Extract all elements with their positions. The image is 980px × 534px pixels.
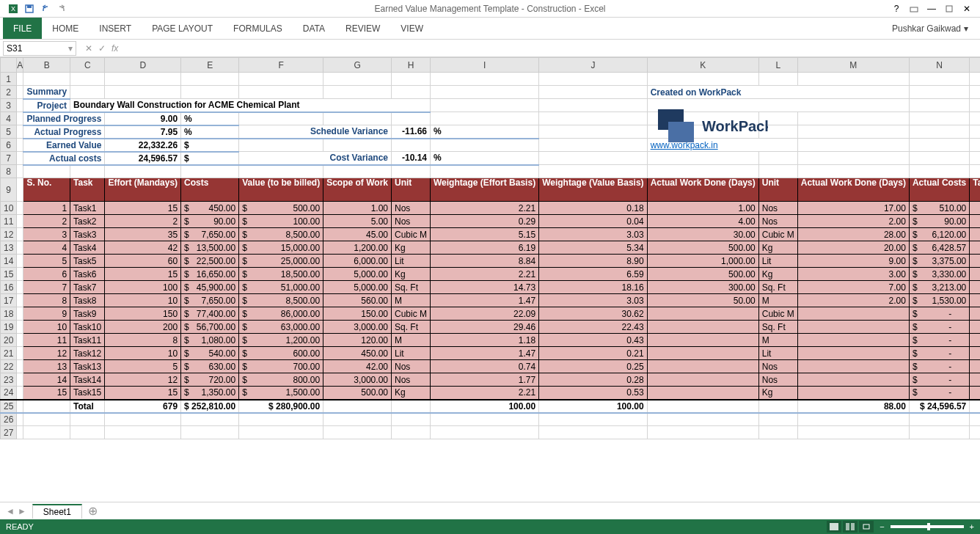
cell[interactable]: Cubic M (391, 307, 430, 321)
cell[interactable] (391, 165, 430, 178)
cell[interactable]: 6,120.00 (909, 228, 969, 241)
cell[interactable] (323, 73, 392, 86)
cell[interactable]: S. No. (23, 178, 70, 202)
cell[interactable]: 700.00 (239, 360, 323, 373)
cell[interactable]: 5,000.00 (323, 268, 392, 281)
cell[interactable]: 15,000.00 (239, 241, 323, 255)
cell[interactable] (239, 426, 323, 439)
cell[interactable]: 100.00 (239, 215, 323, 228)
total-cell[interactable] (323, 400, 392, 413)
cell[interactable]: Effort (Mandays) (105, 178, 181, 202)
cell[interactable] (909, 73, 969, 86)
cell[interactable] (647, 73, 758, 86)
cell[interactable] (647, 334, 758, 347)
cell[interactable]: 10.00 (970, 268, 980, 281)
cell[interactable]: 0.53 (539, 387, 648, 400)
cell[interactable] (323, 165, 392, 178)
workpack-heading[interactable]: Created on WorkPack (647, 86, 909, 99)
row-header[interactable]: 25 (1, 400, 17, 413)
cell[interactable]: 0.04 (539, 215, 648, 228)
cell[interactable] (17, 139, 23, 152)
cell[interactable]: 540.00 (181, 347, 239, 360)
cell[interactable] (17, 73, 23, 86)
cell[interactable] (70, 86, 105, 99)
column-header[interactable]: O (970, 58, 980, 73)
cell[interactable]: 63,000.00 (239, 321, 323, 334)
cell[interactable]: 1.47 (431, 294, 539, 307)
column-header[interactable]: A (17, 58, 23, 73)
cell[interactable] (239, 413, 323, 426)
cell[interactable]: Project (23, 99, 70, 112)
cell[interactable]: 8.90 (539, 255, 648, 268)
cell[interactable]: Task7 (70, 281, 105, 294)
cell[interactable] (758, 413, 797, 426)
cell[interactable] (539, 125, 648, 139)
row-header[interactable]: 3 (1, 99, 17, 112)
cell[interactable] (797, 307, 909, 321)
cell[interactable] (647, 413, 758, 426)
cell[interactable] (797, 426, 909, 439)
cell[interactable]: 5.00 (323, 215, 392, 228)
cell[interactable]: 500.00 (647, 268, 758, 281)
cell[interactable]: 0.00 (970, 387, 980, 400)
cell[interactable]: 0.00 (970, 334, 980, 347)
cell[interactable] (539, 86, 648, 99)
cell[interactable] (758, 73, 797, 86)
cell[interactable]: Cubic M (391, 228, 430, 241)
cell[interactable]: 150 (105, 307, 181, 321)
cell[interactable] (797, 347, 909, 360)
cell[interactable] (431, 112, 539, 125)
cell[interactable]: 66.67 (970, 228, 980, 241)
cell[interactable] (17, 112, 23, 125)
cell[interactable]: 77,400.00 (181, 307, 239, 321)
cell[interactable]: 30.00 (647, 228, 758, 241)
cell[interactable]: 28.00 (797, 228, 909, 241)
cell[interactable] (17, 294, 23, 307)
undo-icon[interactable] (38, 1, 53, 16)
cell[interactable] (797, 321, 909, 334)
cell[interactable]: % (431, 125, 539, 139)
cell[interactable]: Task1 (70, 202, 105, 215)
sheet-tab-sheet1[interactable]: Sheet1 (32, 504, 82, 519)
row-header[interactable]: 14 (1, 255, 17, 268)
cell[interactable]: Kg (391, 268, 430, 281)
cell[interactable]: Unit (758, 178, 797, 202)
cell[interactable]: 0.00 (970, 307, 980, 321)
cell[interactable]: 5 (23, 255, 70, 268)
save-icon[interactable] (22, 1, 37, 16)
cell[interactable] (17, 202, 23, 215)
cell[interactable]: M (758, 294, 797, 307)
cell[interactable]: Sq. Ft (391, 281, 430, 294)
tab-file[interactable]: FILE (3, 18, 42, 39)
cell[interactable]: 60 (105, 255, 181, 268)
column-header[interactable]: G (323, 58, 392, 73)
cell[interactable] (323, 426, 392, 439)
cell[interactable] (239, 139, 323, 152)
cell[interactable]: Task6 (70, 268, 105, 281)
worksheet-grid[interactable]: ABCDEFGHIJKLMNOR 12SummaryCreated on Wor… (0, 57, 980, 502)
cell[interactable]: 3.00 (797, 268, 909, 281)
cell[interactable]: Cubic M (758, 307, 797, 321)
cell[interactable]: % (431, 152, 539, 165)
normal-view-icon[interactable] (827, 521, 841, 533)
cell[interactable]: Planned Progress (23, 112, 105, 125)
column-header[interactable]: D (105, 58, 181, 73)
cell[interactable]: 8.84 (431, 255, 539, 268)
row-header[interactable]: 10 (1, 202, 17, 215)
cell[interactable] (391, 73, 430, 86)
zoom-slider[interactable] (891, 525, 964, 528)
cell[interactable]: 500.00 (647, 241, 758, 255)
cell[interactable] (539, 426, 648, 439)
cell[interactable] (431, 426, 539, 439)
cell[interactable]: Kg (758, 241, 797, 255)
formula-input[interactable] (127, 41, 977, 56)
cell[interactable] (909, 112, 969, 125)
cell[interactable]: 1.47 (431, 347, 539, 360)
row-header[interactable]: 7 (1, 152, 17, 165)
cell[interactable]: 7,650.00 (181, 294, 239, 307)
cell[interactable]: 1,500.00 (239, 387, 323, 400)
cell[interactable]: 1,200.00 (323, 241, 392, 255)
cell[interactable] (17, 360, 23, 373)
cell[interactable]: 45.00 (323, 228, 392, 241)
column-header[interactable]: M (797, 58, 909, 73)
